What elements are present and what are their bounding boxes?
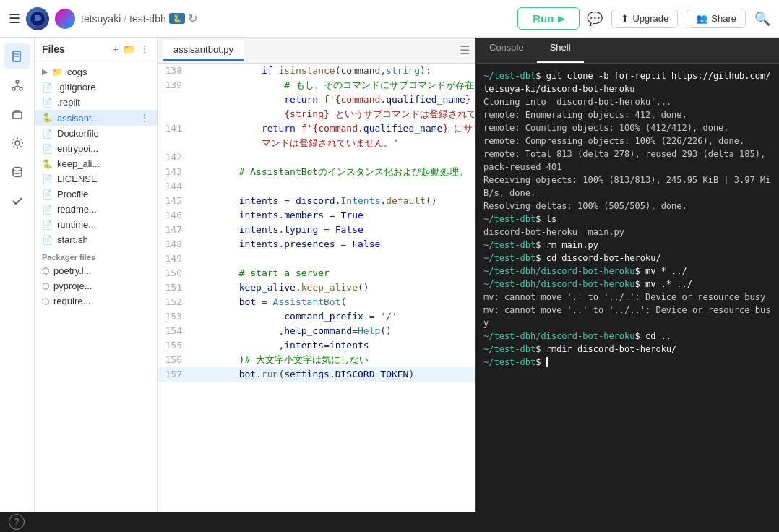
code-line-147: 147 intents.typing = False (158, 223, 475, 237)
run-button[interactable]: Run ▶ (517, 7, 580, 30)
term-line-16: mv: cannot move '..' to '../..': Device … (483, 304, 772, 330)
editor-tab-menu-icon[interactable]: ☰ (460, 43, 470, 57)
code-line-142: 142 (158, 150, 475, 165)
breadcrumb: tetsuyaki / test-dbh 🐍 ↻ (81, 12, 197, 25)
sidebar-item-check[interactable] (4, 188, 30, 214)
help-button[interactable]: ? (9, 514, 25, 530)
term-line-11: ~/test-dbt$ rm main.py (483, 239, 772, 252)
file-item-cogs[interactable]: ▶ 📁 cogs (35, 64, 157, 80)
file-panel: Files + 📁 ⋮ ▶ 📁 cogs 📄 .gitignore 📄 .rep… (35, 38, 158, 512)
term-line-4: remote: Counting objects: 100% (412/412)… (483, 121, 772, 134)
new-folder-icon[interactable]: 📁 (123, 43, 135, 55)
terminal-body[interactable]: ~/test-dbt$ git clone -b for-replit http… (476, 64, 779, 512)
svg-line-8 (14, 86, 17, 87)
file-item-readme[interactable]: 📄 readme... (35, 202, 157, 217)
bottom-bar: ? (0, 512, 779, 532)
code-area[interactable]: 138 if isinstance(command,string): 139 #… (158, 64, 475, 512)
code-line-141b: マンドは登録されていません。' (158, 136, 475, 150)
svg-point-6 (20, 87, 22, 90)
code-line-144: 144 (158, 179, 475, 194)
tab-console[interactable]: Console (476, 38, 537, 63)
file-icon: 📄 (42, 129, 53, 139)
more-options-icon[interactable]: ⋮ (139, 43, 150, 55)
search-icon[interactable]: 🔍 (754, 11, 770, 27)
terminal-panel: Console Shell ~/test-dbt$ git clone -b f… (475, 38, 779, 512)
file-item-requirements[interactable]: ⬡ require... (35, 293, 157, 309)
share-label: Share (711, 13, 736, 24)
file-item-pyproject[interactable]: ⬡ pyproje... (35, 278, 157, 293)
repo-label: test-dbh (129, 13, 166, 25)
share-button[interactable]: 👥 Share (687, 9, 746, 28)
file-item-entrypoint[interactable]: 📄 entrypoi... (35, 141, 157, 156)
topbar: ☰ tetsuyaki / test-dbh 🐍 ↻ Run ▶ 💬 ⬆ Upg… (0, 0, 779, 38)
editor-area: assisantbot.py ☰ 138 if isinstance(comma… (158, 38, 475, 512)
code-line-157: 157 bot.run(settings.DISCORD_TOKEN) (158, 367, 475, 382)
python-file-icon: 🐍 (42, 159, 53, 169)
file-item-procfile[interactable]: 📄 Procfile (35, 186, 157, 202)
code-line-153: 153 command_prefix = '/' (158, 309, 475, 324)
tab-shell[interactable]: Shell (537, 38, 584, 63)
code-line-150: 150 # start a server (158, 266, 475, 280)
code-line-148: 148 intents.presences = False (158, 237, 475, 252)
term-line-1: ~/test-dbt$ git clone -b for-replit http… (483, 69, 772, 95)
replit-logo[interactable] (26, 7, 49, 30)
term-line-9: ~/test-dbt$ ls (483, 213, 772, 226)
sidebar-icons (0, 38, 35, 512)
file-item-replit[interactable]: 📄 .replit (35, 95, 157, 110)
file-item-assisantbot[interactable]: 🐍 assisant... ⋮ (35, 110, 157, 126)
play-icon: ▶ (558, 14, 564, 24)
file-icon: 📄 (42, 98, 53, 108)
topbar-right: 💬 ⬆ Upgrade 👥 Share 🔍 (587, 9, 770, 28)
file-kebab-icon[interactable]: ⋮ (139, 112, 150, 124)
code-line-146: 146 intents.members = True (158, 208, 475, 223)
svg-point-5 (12, 87, 15, 90)
chat-icon[interactable]: 💬 (587, 11, 603, 27)
file-icon: 📄 (42, 82, 53, 93)
file-item-startsh[interactable]: 📄 start.sh (35, 232, 157, 247)
sidebar-item-packages[interactable] (4, 101, 30, 127)
file-icon: 📄 (42, 144, 53, 154)
sidebar-item-settings[interactable] (4, 130, 30, 156)
code-line-156: 156 )# 大文字小文字は気にしない (158, 353, 475, 367)
upgrade-label: Upgrade (632, 13, 668, 24)
upgrade-icon: ⬆ (621, 13, 629, 24)
file-item-gitignore[interactable]: 📄 .gitignore (35, 80, 157, 95)
sidebar-item-git[interactable] (4, 72, 30, 98)
term-line-13: ~/test-dbh/discord-bot-heroku$ mv * ../ (483, 265, 772, 278)
code-line-149: 149 (158, 252, 475, 266)
language-badge: 🐍 (169, 13, 185, 24)
hamburger-icon[interactable]: ☰ (9, 11, 20, 27)
svg-point-12 (13, 168, 22, 171)
main-layout: Files + 📁 ⋮ ▶ 📁 cogs 📄 .gitignore 📄 .rep… (0, 38, 779, 512)
tab-assisantbot[interactable]: assisantbot.py (163, 40, 244, 61)
code-line-143: 143 # AssistantBotのインスタンス化および起動処理。 (158, 165, 475, 179)
file-panel-title: Files (42, 43, 65, 55)
code-line-151: 151 keep_alive.keep_alive() (158, 280, 475, 295)
share-icon: 👥 (696, 13, 707, 24)
code-line-138: 138 if isinstance(command,string): (158, 64, 475, 78)
file-icon: 📄 (42, 220, 53, 230)
file-item-keepalive[interactable]: 🐍 keep_ali... (35, 156, 157, 171)
term-line-8: Resolving deltas: 100% (505/505), done. (483, 200, 772, 213)
sidebar-item-database[interactable] (4, 159, 30, 185)
term-line-15: mv: cannot move '.' to '../.': Device or… (483, 291, 772, 304)
username-label: tetsuyaki (81, 13, 121, 25)
upgrade-button[interactable]: ⬆ Upgrade (611, 9, 678, 28)
code-line-152: 152 bot = AssistantBot( (158, 295, 475, 309)
file-item-poetry[interactable]: ⬡ poetry.l... (35, 263, 157, 278)
packager-section-label: Packager files (35, 247, 157, 263)
code-line-145: 145 intents = discord.Intents.default() (158, 194, 475, 208)
svg-line-9 (17, 86, 21, 87)
file-item-license[interactable]: 📄 LICENSE (35, 171, 157, 186)
sidebar-item-files[interactable] (4, 43, 30, 69)
file-icon: 📄 (42, 235, 53, 245)
term-line-10: discord-bot-heroku main.py (483, 226, 772, 239)
python-file-icon: 🐍 (42, 113, 53, 123)
file-item-dockerfile[interactable]: 📄 Dockerfile (35, 126, 157, 141)
avatar[interactable] (55, 9, 75, 29)
reload-icon[interactable]: ↻ (188, 12, 197, 25)
new-file-icon[interactable]: + (113, 43, 119, 55)
file-item-runtime[interactable]: 📄 runtime... (35, 217, 157, 232)
term-line-7: Receiving objects: 100% (813/813), 245.9… (483, 173, 772, 200)
code-line-139c: {string} というサブコマンドは登録されていません。' (158, 107, 475, 121)
